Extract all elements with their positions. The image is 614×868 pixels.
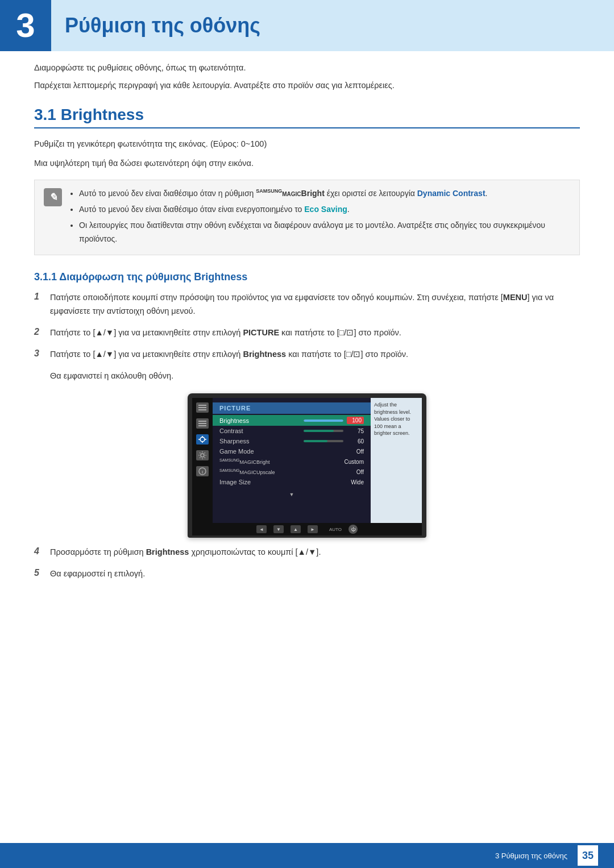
step-5-num: 5	[34, 568, 44, 578]
menu-row-magicbright: SAMSUNGMAGICBright Custom	[213, 456, 371, 467]
auto-label: AUTO	[329, 527, 342, 532]
step-3-text: Πατήστε το [▲/▼] για να μετακινηθείτε στ…	[50, 348, 408, 362]
step-2: 2 Πατήστε το [▲/▼] για να μετακινηθείτε …	[34, 326, 580, 340]
step-3: 3 Πατήστε το [▲/▼] για να μετακινηθείτε …	[34, 348, 580, 362]
note-item-3: Οι λειτουργίες που διατίθενται στην οθόν…	[79, 219, 570, 246]
menu-row-gamemode: Game Mode Off	[213, 446, 371, 456]
intro-line2: Παρέχεται λεπτομερής περιγραφή για κάθε …	[34, 79, 580, 92]
chapter-number: 3	[16, 9, 35, 43]
step-2-num: 2	[34, 327, 44, 337]
menu-row-sharpness: Sharpness 60	[213, 436, 371, 446]
svg-text:i: i	[202, 470, 203, 475]
step-2-text: Πατήστε το [▲/▼] για να μετακινηθείτε στ…	[50, 326, 401, 340]
steps-list: 1 Πατήστε οποιοδήποτε κουμπί στην πρόσοψ…	[34, 291, 580, 362]
svg-point-6	[200, 437, 205, 442]
sidebar-icon-gear	[196, 450, 209, 460]
svg-rect-1	[198, 407, 206, 408]
nav-btn-down: ▼	[273, 525, 284, 533]
note-item-2: Αυτό το μενού δεν είναι διαθέσιμο όταν ε…	[79, 203, 570, 217]
section-3-1-body1: Ρυθμίζει τη γενικότερη φωτεινότητα της ε…	[34, 138, 580, 151]
step-1-num: 1	[34, 292, 44, 302]
scroll-down-indicator: ▼	[213, 487, 371, 499]
menu-row-magicupscale: SAMSUNGMAGICUpscale Off	[213, 467, 371, 477]
monitor-sidebar: i	[192, 398, 213, 523]
section-3-1-heading: 3.1 Brightness	[34, 106, 580, 128]
menu-row-brightness: Brightness 100	[213, 415, 371, 426]
note-list: Αυτό το μενού δεν είναι διαθέσιμο όταν η…	[69, 187, 570, 248]
menu-row-contrast: Contrast 75	[213, 426, 371, 436]
monitor-screen: i PICTURE Brightness 100	[192, 398, 422, 523]
svg-point-11	[201, 454, 204, 457]
nav-btn-left: ◄	[256, 525, 267, 533]
section-3-1-body2: Μια υψηλότερη τιμή θα δώσει φωτεινότερη …	[34, 157, 580, 171]
step-5: 5 Θα εφαρμοστεί η επιλογή.	[34, 567, 580, 581]
note-icon: ✎	[44, 188, 62, 206]
menu-row-imagesize: Image Size Wide	[213, 477, 371, 487]
chapter-title: Ρύθμιση της οθόνης	[65, 14, 260, 38]
note-item-1: Αυτό το μενού δεν είναι διαθέσιμο όταν η…	[79, 187, 570, 201]
chapter-header: 3 Ρύθμιση της οθόνης	[0, 0, 614, 51]
nav-btn-up: ▲	[291, 525, 301, 533]
nav-btn-right: ►	[308, 525, 318, 533]
chapter-title-block: Ρύθμιση της οθόνης	[51, 0, 614, 51]
monitor-outer: i PICTURE Brightness 100	[188, 393, 426, 538]
step-1: 1 Πατήστε οποιοδήποτε κουμπί στην πρόσοψ…	[34, 291, 580, 318]
sidebar-icon-info: i	[196, 466, 209, 476]
footer-page-num: 35	[578, 845, 598, 866]
power-btn: ⏻	[349, 525, 358, 534]
steps-list-2: 4 Προσαρμόστε τη ρύθμιση Brightness χρησ…	[34, 546, 580, 581]
monitor-bottom-bar: ◄ ▼ ▲ ► AUTO ⏻	[192, 523, 422, 535]
sidebar-icon-1	[196, 402, 209, 413]
menu-panel: PICTURE Brightness 100 Contrast	[213, 398, 371, 523]
footer-text: 3 Ρύθμιση της οθόνης	[495, 852, 567, 860]
step-5-text: Θα εφαρμοστεί η επιλογή.	[50, 567, 145, 581]
step-3-sub: Θα εμφανιστεί η ακόλουθη οθόνη.	[50, 369, 580, 383]
step-4-num: 4	[34, 546, 44, 556]
note-box: ✎ Αυτό το μενού δεν είναι διαθέσιμο όταν…	[34, 180, 580, 255]
sidebar-icon-picture	[196, 434, 209, 445]
monitor-container: i PICTURE Brightness 100	[34, 393, 580, 538]
svg-rect-5	[198, 425, 206, 426]
sidebar-icon-2	[196, 418, 209, 429]
step-3-num: 3	[34, 348, 44, 359]
svg-rect-4	[198, 423, 206, 424]
svg-rect-0	[198, 405, 206, 406]
step-1-text: Πατήστε οποιοδήποτε κουμπί στην πρόσοψη …	[50, 291, 580, 318]
step-4: 4 Προσαρμόστε τη ρύθμιση Brightness χρησ…	[34, 546, 580, 559]
intro-line1: Διαμορφώστε τις ρυθμίσεις οθόνης, όπως τ…	[34, 61, 580, 74]
svg-rect-3	[198, 421, 206, 422]
page-footer: 3 Ρύθμιση της οθόνης 35	[0, 843, 614, 868]
chapter-number-block: 3	[0, 0, 51, 51]
svg-rect-2	[198, 409, 206, 410]
note-pencil-icon: ✎	[49, 191, 57, 203]
main-content: Διαμορφώστε τις ρυθμίσεις οθόνης, όπως τ…	[0, 61, 614, 634]
section-3-1-1-heading: 3.1.1 Διαμόρφωση της ρύθμισης Brightness	[34, 271, 580, 283]
monitor-tooltip: Adjust the brightness level. Values clos…	[371, 398, 422, 523]
menu-header: PICTURE	[213, 402, 371, 414]
step-4-text: Προσαρμόστε τη ρύθμιση Brightness χρησιμ…	[50, 546, 321, 559]
